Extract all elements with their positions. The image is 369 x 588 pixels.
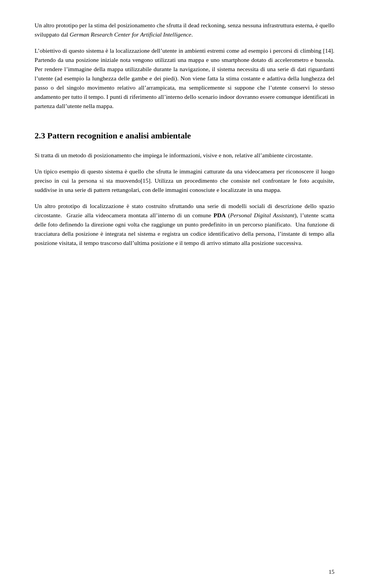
page-number: 15 (329, 568, 334, 576)
section-title: Pattern recognition e analisi ambientale (47, 131, 191, 140)
section-number: 2.3 (35, 131, 45, 140)
section-paragraph-2: Un tipico esempio di questo sistema è qu… (35, 167, 334, 195)
page: Un altro prototipo per la stima del posi… (0, 0, 369, 588)
section-heading-2-3: 2.3 Pattern recognition e analisi ambien… (35, 129, 334, 142)
section-paragraph-3: Un altro prototipo di localizzazione è s… (35, 202, 334, 248)
section-paragraph-1: Si tratta di un metodo di posizionamento… (35, 151, 334, 160)
paragraph-2: L’obiettivo di questo sistema è la local… (35, 46, 334, 111)
paragraph-1: Un altro prototipo per la stima del posi… (35, 21, 334, 39)
